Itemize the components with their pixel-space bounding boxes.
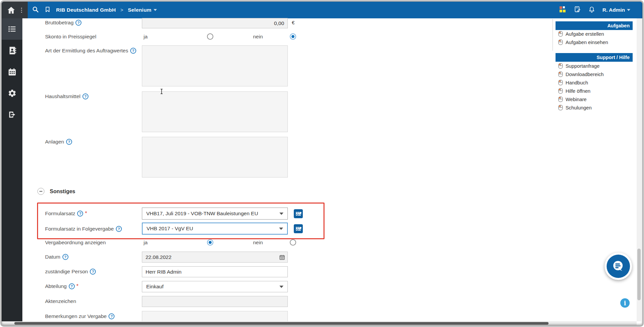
notes-icon [574,6,581,13]
bookmark-icon [44,6,51,13]
vertical-scrollbar[interactable] [637,18,641,321]
person-input[interactable] [142,266,288,277]
section-sonstiges: Sonstiges [37,188,75,195]
panel-item-handbuch[interactable]: Handbuch [558,79,588,86]
user-menu[interactable]: R. Admin [603,7,630,13]
field-label-bemerkungen: Bemerkungen zur Vergabe ? [45,313,115,320]
mouse-icon [558,71,563,77]
more-options-icon[interactable] [21,8,22,13]
help-icon[interactable]: ? [109,313,115,319]
vertical-scrollbar-thumb[interactable] [637,249,641,300]
mouse-icon [558,39,563,45]
field-label-bruttobetrag: Bruttobetrag ? [45,19,81,26]
currency-label: € [292,20,295,26]
notes-button[interactable] [574,6,581,14]
mouse-icon [558,31,563,37]
panel-item-aufgabe-erstellen[interactable]: Aufgabe erstellen [558,30,604,37]
aktenzeichen-input[interactable] [142,296,288,307]
notifications-button[interactable] [588,6,595,14]
panel-item-webinare[interactable]: Webinare [558,96,587,103]
chevron-down-icon [627,9,630,11]
mouse-icon [558,63,563,69]
vergabeordnung-radio-ja[interactable] [207,239,213,246]
list-icon [7,24,17,34]
text-cursor [160,88,164,94]
field-label-abteilung: Abteilung ? * [45,283,78,290]
vergabeordnung-radio-nein[interactable] [290,239,296,246]
highlight-annotation-box [37,203,325,239]
art-ermittlung-textarea[interactable] [142,45,288,86]
field-label-skonto: Skonto in Preisspiegel [45,33,96,40]
help-icon[interactable]: ? [75,20,81,26]
panel-item-hilfe-oeffnen[interactable]: Hilfe öffnen [558,87,591,94]
mouse-icon [558,96,563,102]
skonto-radio-nein[interactable] [290,33,296,40]
bell-icon [588,6,595,13]
help-icon[interactable]: ? [90,269,96,275]
breadcrumb-org[interactable]: RIB Deutschland GmbH [56,7,116,13]
sidebar [2,18,22,325]
binder-icon [295,211,301,217]
panel-header-support: Support / Hilfe [556,53,633,62]
anlagen-textarea[interactable] [142,137,288,178]
panel-header-aufgaben: Aufgaben [556,21,633,30]
breadcrumb-project[interactable]: Selenium [128,7,157,13]
help-icon[interactable]: ? [130,48,136,54]
radio-label-nein[interactable]: nein [253,34,263,40]
horizontal-scrollbar[interactable] [2,321,637,325]
field-label-person: zuständige Person ? [45,268,96,275]
info-icon: i [624,300,626,307]
panel-item-supportanfrage[interactable]: Supportanfrage [558,62,600,69]
chat-button[interactable] [605,253,632,280]
sidebar-item-settings[interactable] [2,82,22,104]
haushaltsmittel-textarea[interactable] [142,91,288,132]
search-button[interactable] [32,6,39,14]
minus-icon [39,191,42,192]
info-button[interactable]: i [620,298,630,308]
radio-label-nein[interactable]: nein [253,240,263,246]
field-label-anlagen: Anlagen ? [45,138,72,145]
bruttobetrag-field [142,18,288,28]
collapse-section-button[interactable] [37,188,44,195]
radio-label-ja[interactable]: ja [144,34,148,40]
binder-icon [295,226,301,232]
required-marker: * [76,283,78,289]
mouse-icon [558,105,563,110]
apps-grid-button[interactable] [559,6,566,14]
person-field [142,266,288,277]
sidebar-item-contacts[interactable] [2,40,22,61]
panel-item-downloadbereich[interactable]: Downloadbereich [558,71,604,78]
field-label-art-ermittlung: Art der Ermittlung des Auftragwertes ? [45,47,136,54]
formularsatz-folge-picker-button[interactable] [294,224,303,233]
bookmark-button[interactable] [44,6,51,14]
horizontal-scrollbar-thumb[interactable] [14,322,549,325]
home-button[interactable] [2,2,20,18]
sidebar-item-list[interactable] [2,18,22,40]
screenshot-frame: RIB Deutschland GmbH > Selenium [0,0,644,327]
panel-item-schulungen[interactable]: Schulungen [558,104,592,111]
datum-input[interactable] [142,252,288,263]
radio-label-ja[interactable]: ja [144,240,148,246]
calendar-icon [8,67,17,76]
calendar-icon[interactable] [279,254,285,260]
skonto-radio-ja[interactable] [207,33,213,40]
help-icon[interactable]: ? [69,283,75,289]
formularsatz-picker-button[interactable] [294,209,303,218]
settings-icon [8,89,17,98]
datum-field [142,252,288,263]
panel-item-aufgaben-einsehen[interactable]: Aufgaben einsehen [558,39,608,46]
field-label-vergabeordnung: Vergabeordnung anzeigen [45,239,106,246]
help-icon[interactable]: ? [66,139,72,145]
topbar-home-block [2,2,28,18]
app-window: RIB Deutschland GmbH > Selenium [2,2,642,325]
panel-divider [553,19,553,51]
help-icon[interactable]: ? [62,254,68,260]
logout-icon [8,110,17,119]
bruttobetrag-input[interactable] [142,18,288,28]
field-label-aktenzeichen: Aktenzeichen [45,298,76,305]
abteilung-select[interactable]: Einkauf [142,281,288,292]
mouse-icon [558,80,563,85]
sidebar-item-calendar[interactable] [2,61,22,82]
sidebar-item-logout[interactable] [2,104,22,125]
help-icon[interactable]: ? [82,93,88,99]
